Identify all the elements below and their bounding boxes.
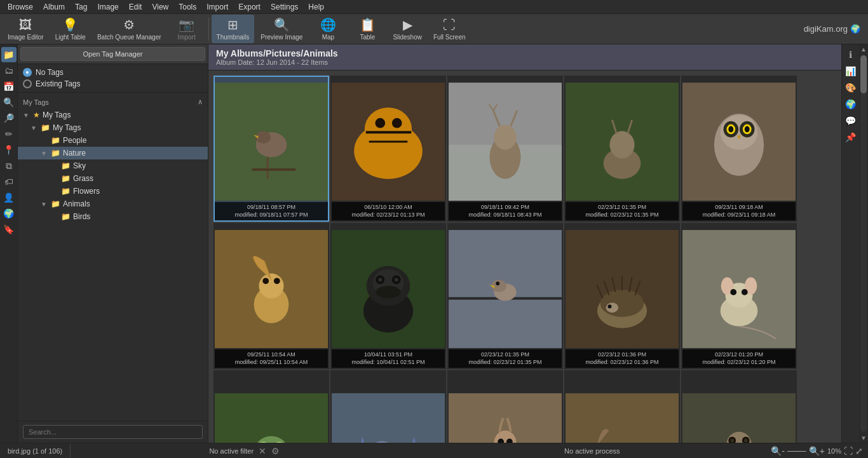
collapse-icon[interactable]: ∧ [198,98,203,106]
thumbnail-cell[interactable]: 06/15/10 12:00 AMmodified: 02/23/12 01:1… [330,76,446,222]
menu-browse[interactable]: Browse [3,1,38,13]
digikam-text: digiKam.org [804,24,848,34]
zoom-slider[interactable]: ─── [787,446,806,456]
no-tags-radio[interactable] [23,68,32,77]
menu-image[interactable]: Image [92,1,123,13]
thumbnail-cell[interactable]: 02/23/12 01:35 PMmodified: 02/23/12 01:3… [564,76,680,222]
album-subtitle: Album Date: 12 Jun 2014 - 22 Items [216,58,834,66]
folder-icon: 📁 [61,161,71,170]
thumbnail-cell[interactable] [214,370,329,443]
batch-queue-label: Batch Queue Manager [97,34,161,41]
image-editor-icon: 🖼 [19,18,32,32]
sidebar-item-people[interactable]: 📁 People [18,134,208,147]
thumbnail-cell[interactable]: 02/23/12 01:36 PMmodified: 02/23/12 01:3… [564,223,680,369]
thumbnail-cell[interactable]: 09/18/11 08:57 PMmodified: 09/18/11 07:5… [214,76,329,222]
folder-icon: 📁 [51,149,60,158]
menu-help[interactable]: Help [303,1,329,13]
slideshow-label: Slideshow [393,34,422,41]
thumbnail-cell[interactable]: 09/25/11 10:54 AMmodified: 09/25/11 10:5… [214,223,329,369]
properties-icon[interactable]: ℹ [843,47,858,62]
menu-bar: Browse Album Tag Image Edit View Tools I… [0,0,868,14]
zoom-in-btn[interactable]: 🔍+ [809,446,825,456]
existing-tags-radio[interactable] [23,79,32,88]
fuzzy-search-icon[interactable]: 🔎 [1,111,17,126]
image-editor-btn[interactable]: 🖼 Image Editor [3,15,49,43]
menu-view[interactable]: View [147,1,173,13]
menu-album[interactable]: Album [38,1,70,13]
labels-icon[interactable]: 🏷 [1,174,17,189]
sidebar-item-my-tags-root[interactable]: ▼ ★ My Tags [18,109,208,121]
preview-image-btn[interactable]: 🔍 Preview Image [255,15,308,43]
sidebar-item-birds[interactable]: 📁 Birds [18,210,208,223]
globe-icon[interactable]: 🌍 [1,206,17,221]
vertical-scrollbar[interactable]: ▲ ▼ [859,44,868,443]
sidebar-item-animals[interactable]: ▼ 📁 Animals [18,198,208,210]
thumbnail-cell[interactable]: 02/23/12 01:20 PMmodified: 02/23/12 01:2… [681,223,797,369]
timeline-icon[interactable]: 📅 [1,79,17,94]
browse-icon[interactable]: 📁 [1,47,17,62]
map-label: Map [322,34,334,41]
sidebar-item-flowers[interactable]: 📁 Flowers [18,185,208,198]
duplicates-icon[interactable]: ⧉ [1,158,17,173]
menu-import[interactable]: Import [201,1,233,13]
menu-tools[interactable]: Tools [173,1,201,13]
thumbnail-cell[interactable] [447,370,563,443]
filter-settings-icon[interactable]: ⚙ [271,446,280,456]
thumbnail-cell[interactable]: 02/23/12 01:35 PMmodified: 02/23/12 01:3… [447,223,563,369]
thumbnails-btn[interactable]: ⊞ Thumbnails [212,15,255,43]
thumbnail-cell[interactable] [681,370,797,443]
sketch-search-icon[interactable]: ✏ [1,126,17,142]
sky-label: Sky [73,161,86,170]
slideshow-btn[interactable]: ▶ Slideshow [388,15,427,43]
svg-point-72 [730,289,736,295]
scroll-down-btn[interactable]: ▼ [859,433,868,443]
metadata-icon[interactable]: 📊 [843,64,858,79]
map-right-icon[interactable]: 🌍 [843,97,858,112]
collections-icon[interactable]: 🗂 [1,63,17,78]
versions-icon[interactable]: 📌 [843,130,858,145]
clear-filter-btn[interactable]: ✕ [259,446,266,456]
open-tag-manager-btn[interactable]: Open Tag Manager [20,47,205,61]
existing-tags-option[interactable]: Existing Tags [23,79,203,88]
sidebar-item-nature[interactable]: ▼ 📁 Nature [18,147,208,159]
thumbnail-image [449,229,562,349]
thumbnails-icon: ⊞ [227,17,238,32]
gps-search-icon[interactable]: 📍 [1,142,17,158]
people-icon[interactable]: 👤 [1,190,17,205]
sidebar-item-grass[interactable]: 📁 Grass [18,172,208,185]
fullscreen-btn[interactable]: ⛶ Full Screen [428,15,471,43]
map-btn[interactable]: 🌐 Map [309,15,347,43]
thumbnail-cell[interactable] [564,370,680,443]
tags-icon[interactable]: 🔖 [1,222,17,237]
import-btn[interactable]: 📷 Import [168,15,206,43]
thumbnail-meta: 02/23/12 01:36 PMmodified: 02/23/12 01:3… [566,349,679,368]
fit-window-btn[interactable]: ⛶ [844,446,853,456]
scroll-up-btn[interactable]: ▲ [859,44,868,54]
zoom-out-btn[interactable]: 🔍- [771,446,785,456]
search-input[interactable] [23,425,203,439]
scroll-thumb[interactable] [860,55,867,93]
comments-icon[interactable]: 💬 [843,113,858,128]
search-icon[interactable]: 🔍 [1,95,17,110]
import-label: Import [177,34,195,41]
menu-export[interactable]: Export [233,1,266,13]
light-table-btn[interactable]: 💡 Light Table [50,15,91,43]
actual-size-btn[interactable]: ⤢ [855,446,863,456]
sidebar-item-sky[interactable]: 📁 Sky [18,159,208,172]
colors-icon[interactable]: 🎨 [843,80,858,95]
menu-settings[interactable]: Settings [266,1,303,13]
thumbnail-cell[interactable]: 09/18/11 09:42 PMmodified: 09/18/11 08:4… [447,76,563,222]
batch-queue-btn[interactable]: ⚙ Batch Queue Manager [92,15,166,43]
menu-edit[interactable]: Edit [124,1,147,13]
sidebar-item-my-tags[interactable]: ▼ 📁 My Tags [18,121,208,134]
menu-tag[interactable]: Tag [70,1,92,13]
thumbnail-image [682,81,796,202]
no-active-filter: No active filter [209,447,254,455]
thumbnail-cell[interactable]: 09/23/11 09:18 AMmodified: 09/23/11 09:1… [681,76,797,222]
thumbnail-cell[interactable] [330,370,446,443]
table-btn[interactable]: 📋 Table [348,15,386,43]
thumbnail-cell[interactable]: 10/04/11 03:51 PMmodified: 10/04/11 02:5… [330,223,446,369]
no-tags-option[interactable]: No Tags [23,68,203,77]
no-tags-label: No Tags [36,68,64,77]
sidebar: Open Tag Manager No Tags Existing Tags M… [18,44,208,443]
